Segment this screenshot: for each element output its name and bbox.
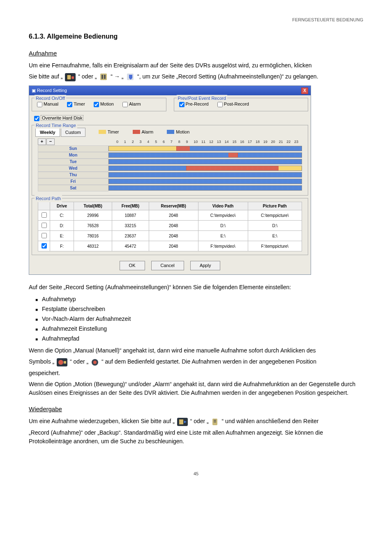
para-3: Wenn die Option „Manual (Manuell)“ angeh…: [29, 346, 363, 355]
hour-scale: 01234567891011121314151617181920212223: [116, 139, 302, 145]
schedule-minus[interactable]: −: [46, 138, 55, 145]
miscellaneous-icon: [65, 73, 76, 81]
table-header: Total(MB): [74, 202, 112, 210]
day-bar[interactable]: [108, 146, 302, 151]
day-bar[interactable]: [108, 159, 302, 164]
day-bar[interactable]: [108, 179, 302, 184]
table-cell: C:: [50, 210, 74, 221]
svg-rect-1: [67, 75, 71, 80]
table-cell: 76528: [74, 221, 112, 231]
text: “ → „: [111, 73, 123, 80]
svg-point-11: [93, 361, 97, 364]
svg-rect-17: [214, 421, 216, 422]
toolbox-icon: [99, 72, 108, 81]
table-cell: F:: [50, 241, 74, 251]
row-checkbox[interactable]: [42, 223, 47, 228]
legend-alarm: Alarm: [133, 129, 154, 136]
text: “ oder „: [78, 73, 97, 80]
postrecord-checkbox[interactable]: Post-Record: [216, 101, 249, 108]
row-checkbox[interactable]: [42, 233, 47, 238]
para-1: Um eine Fernaufnahme, falls ein Ereignis…: [29, 61, 363, 70]
row-checkbox[interactable]: [42, 243, 47, 249]
day-bar[interactable]: [108, 172, 302, 177]
day-bar[interactable]: [108, 152, 302, 158]
day-row: Thu: [38, 172, 302, 178]
record-path-table: DriveTotal(MB)Free(MB)Reserve(MB)Video P…: [38, 202, 302, 251]
table-cell: C:\temppicture\: [248, 210, 302, 221]
text: “ und wählen anschließend den Reiter: [222, 418, 319, 424]
table-cell: E:\: [248, 231, 302, 241]
day-label: Sat: [38, 185, 108, 191]
table-header: Picture Path: [248, 202, 302, 210]
subheading-aufnahme: Aufnahme: [29, 49, 363, 58]
record-onoff-fieldset: Record On/Off Manual Timer Motion Alarm: [32, 98, 166, 111]
prevpost-fieldset: Prev/Post Event Record Pre-Record Post-R…: [174, 98, 309, 111]
text: “ auf dem Bedienfeld gestartet. Die Aufn…: [101, 358, 316, 365]
table-cell: 23637: [112, 231, 149, 241]
table-row[interactable]: F:48312454722048F:\tempvideo\F:\temppict…: [38, 241, 302, 251]
para-2: Sie bitte auf „ “ oder „ “ → „ “, um zur…: [29, 72, 363, 81]
table-cell: 78016: [74, 231, 112, 241]
table-cell: F:\temppicture\: [248, 241, 302, 251]
tab-weekly[interactable]: Weekly: [35, 128, 60, 137]
page-header-right: FERNGESTEUERTE BEDIENUNG: [29, 16, 363, 23]
day-bar[interactable]: [108, 166, 302, 171]
row-checkbox[interactable]: [42, 212, 47, 218]
svg-rect-5: [104, 75, 106, 79]
day-label: Wed: [38, 165, 108, 172]
day-label: Sun: [38, 145, 108, 152]
camera-record-icon: [57, 358, 67, 366]
para-after-dialog: Auf der Seite „Record Setting (Aufnahmee…: [29, 283, 363, 292]
table-cell: E:\: [198, 231, 248, 241]
list-item: Festplatte überschreiben: [35, 305, 363, 313]
section-heading: 6.1.3. Allgemeine Bedienung: [29, 32, 363, 41]
fieldset-label: Prev/Post Event Record: [177, 95, 227, 102]
table-row[interactable]: D:76528332152048D:\D:\: [38, 221, 302, 231]
schedule-grid: + − 012345678910111213141516171819202122…: [38, 138, 302, 191]
table-cell: 10887: [112, 210, 149, 221]
label: Timer: [74, 101, 85, 106]
cancel-button[interactable]: Cancel: [151, 261, 184, 270]
tab-custom[interactable]: Custom: [61, 128, 85, 137]
table-header: Reserve(MB): [149, 202, 198, 210]
table-cell: 33215: [112, 221, 149, 231]
day-row: Wed: [38, 165, 302, 171]
playback-dark-icon: [177, 417, 188, 426]
prerecord-checkbox[interactable]: Pre-Record: [178, 101, 209, 108]
table-row[interactable]: C:29996108872048C:\tempvideo\C:\temppict…: [38, 210, 302, 221]
day-bar[interactable]: [108, 185, 302, 191]
svg-rect-2: [71, 76, 74, 79]
dialog-titlebar: ▣ Record Setting X: [29, 86, 311, 95]
table-cell: F:\tempvideo\: [198, 241, 248, 251]
day-label: Tue: [38, 159, 108, 165]
table-cell: D:\: [198, 221, 248, 231]
table-cell: 29996: [74, 210, 112, 221]
label: Overwrite Hard Disk: [41, 115, 83, 121]
para-7: „Record (Aufnahme)“ oder „Backup“. Stand…: [29, 428, 363, 446]
alarm-checkbox[interactable]: Alarm: [121, 101, 141, 108]
legend-motion: Motion: [167, 129, 189, 136]
text: Symbols „: [29, 358, 54, 365]
close-icon[interactable]: X: [301, 88, 308, 94]
manual-checkbox[interactable]: Manual: [35, 101, 58, 108]
table-row[interactable]: E:78016236372048E:\E:\: [38, 231, 302, 241]
apply-button[interactable]: Apply: [190, 261, 221, 270]
ok-button[interactable]: OK: [120, 261, 145, 270]
label: Pre-Record: [186, 101, 209, 106]
day-label: Fri: [38, 178, 108, 185]
text: “ oder „: [70, 358, 88, 365]
list-item: Aufnahmepfad: [35, 334, 363, 343]
schedule-plus[interactable]: +: [38, 138, 46, 145]
day-row: Tue: [38, 159, 302, 165]
timer-checkbox[interactable]: Timer: [65, 101, 85, 108]
overwrite-checkbox[interactable]: Overwrite Hard Disk: [32, 115, 83, 122]
day-label: Thu: [38, 172, 108, 178]
record-tool-icon: [126, 72, 135, 81]
svg-rect-16: [214, 420, 216, 421]
svg-rect-3: [100, 74, 107, 80]
svg-rect-13: [179, 419, 183, 424]
page-number: 45: [29, 470, 363, 477]
subheading-wiedergabe: Wiedergabe: [29, 405, 363, 414]
recordpath-fieldset: Record Path DriveTotal(MB)Free(MB)Reserv…: [32, 198, 308, 255]
motion-checkbox[interactable]: Motion: [92, 101, 114, 108]
